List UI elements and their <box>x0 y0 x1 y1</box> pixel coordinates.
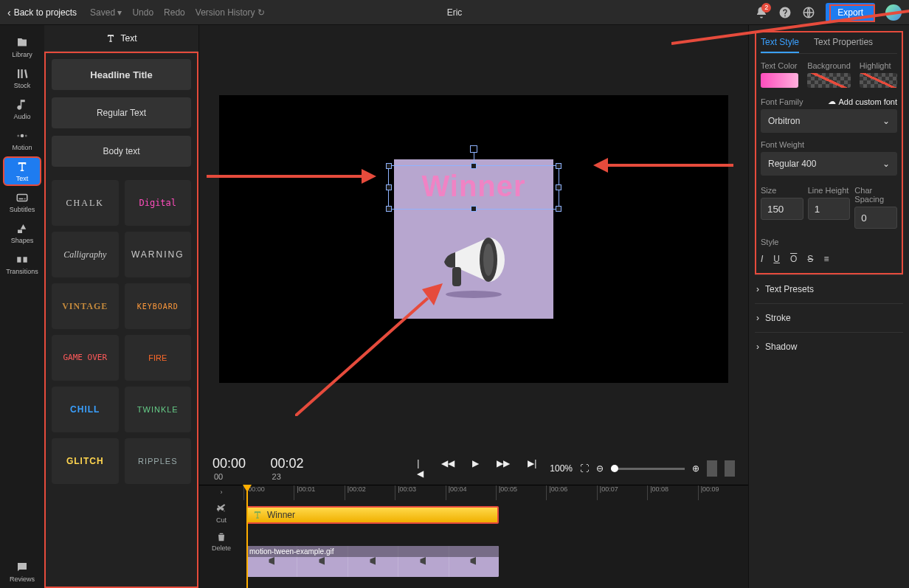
playback-bar: 00:00 00 00:02 23 |◀ ◀◀ ▶ ▶▶ ▶| 100% ⛶ ⊖… <box>199 452 748 485</box>
background-swatch[interactable] <box>807 73 851 88</box>
resize-handle[interactable] <box>556 206 561 212</box>
ruler-tick: |00:09 <box>698 485 748 500</box>
view-toggle[interactable] <box>707 460 717 477</box>
stage: Winner <box>219 95 728 383</box>
fullscreen-icon[interactable]: ⛶ <box>580 463 589 474</box>
playhead[interactable] <box>246 485 248 588</box>
style-fire[interactable]: FIRE <box>125 335 192 381</box>
accordion-stroke[interactable]: ›Stroke <box>755 303 903 332</box>
tab-text-style[interactable]: Text Style <box>761 37 799 53</box>
svg-rect-6 <box>24 198 26 200</box>
rewind-icon[interactable]: ◀◀ <box>441 458 454 479</box>
language-icon[interactable] <box>802 6 815 19</box>
resize-handle[interactable] <box>386 184 392 190</box>
resize-handle[interactable] <box>556 163 561 169</box>
notifications-icon[interactable]: 2 <box>755 6 768 19</box>
cut-button[interactable]: Cut <box>215 503 227 524</box>
delete-button[interactable]: Delete <box>212 531 231 552</box>
preset-regular[interactable]: Regular Text <box>52 97 191 128</box>
style-gameover[interactable]: GAME OVER <box>52 335 119 381</box>
nav-stock[interactable]: Stock <box>3 63 41 93</box>
size-input[interactable] <box>761 198 803 220</box>
label-size: Size <box>761 186 803 195</box>
overline-icon[interactable]: O <box>790 254 797 264</box>
nav-audio[interactable]: Audio <box>3 94 41 124</box>
resize-handle[interactable] <box>471 206 477 212</box>
media-clip[interactable]: motion-tween-example.gif <box>246 546 499 577</box>
rotate-handle[interactable] <box>470 145 477 153</box>
project-title[interactable]: Eric <box>447 7 463 18</box>
lineheight-input[interactable] <box>808 198 851 220</box>
align-icon[interactable]: ≡ <box>823 254 829 264</box>
back-to-projects[interactable]: ‹ Back to projects <box>7 7 77 18</box>
history-group: Saved ▾ Undo Redo Version History ↻ <box>90 7 265 18</box>
ruler-tick: |00:02 <box>345 485 395 500</box>
accordion-shadow[interactable]: ›Shadow <box>755 332 903 361</box>
nav-reviews[interactable]: Reviews <box>3 557 41 587</box>
timeline-expand[interactable]: › <box>221 488 223 496</box>
svg-point-11 <box>483 243 494 276</box>
style-warning[interactable]: WARNING <box>125 232 192 277</box>
export-button[interactable]: Export <box>826 3 875 22</box>
style-ripples[interactable]: RIPPLES <box>125 438 192 484</box>
view-toggle[interactable] <box>725 460 735 477</box>
style-calligraphy[interactable]: Calligraphy <box>52 232 119 277</box>
style-twinkle[interactable]: TWINKLE <box>125 387 192 432</box>
help-icon[interactable] <box>778 6 792 19</box>
svg-rect-8 <box>24 257 27 263</box>
zoom-out-icon[interactable]: ⊖ <box>596 463 604 474</box>
style-glitch[interactable]: GLITCH <box>52 438 119 484</box>
style-chill[interactable]: CHILL <box>52 387 119 432</box>
redo-button[interactable]: Redo <box>164 7 185 18</box>
zoom-in-icon[interactable]: ⊕ <box>692 463 699 474</box>
resize-handle[interactable] <box>556 184 561 190</box>
nav-subtitles[interactable]: Subtitles <box>3 187 41 217</box>
svg-rect-7 <box>17 257 21 263</box>
style-chalk[interactable]: CHALK <box>52 180 119 226</box>
media-frame[interactable]: Winner <box>394 159 553 319</box>
canvas-area[interactable]: Winner <box>199 25 748 452</box>
nav-transitions[interactable]: Transitions <box>3 249 41 279</box>
ruler-tick: |00:03 <box>395 485 445 500</box>
avatar[interactable] <box>885 4 902 21</box>
skip-start-icon[interactable]: |◀ <box>417 458 424 479</box>
highlight-swatch[interactable] <box>860 73 897 88</box>
undo-button[interactable]: Undo <box>132 7 153 18</box>
selection-box[interactable] <box>388 165 559 210</box>
resize-handle[interactable] <box>386 206 392 212</box>
saved-status[interactable]: Saved ▾ <box>90 7 122 18</box>
font-weight-select[interactable]: Regular 400⌄ <box>761 152 897 176</box>
resize-handle[interactable] <box>386 163 392 169</box>
add-custom-font[interactable]: ☁Add custom font <box>828 97 898 106</box>
preset-body[interactable]: Body text <box>52 136 191 167</box>
style-keyboard[interactable]: KEYBOARD <box>125 283 192 329</box>
strikethrough-icon[interactable]: S <box>807 254 813 264</box>
tab-text-properties[interactable]: Text Properties <box>814 37 873 53</box>
charspacing-input[interactable] <box>854 207 897 229</box>
accordion-text-presets[interactable]: ›Text Presets <box>755 274 903 303</box>
italic-icon[interactable]: I <box>761 254 763 264</box>
skip-end-icon[interactable]: ▶| <box>528 458 536 479</box>
resize-handle[interactable] <box>471 163 477 169</box>
zoom-percent[interactable]: 100% <box>550 463 573 474</box>
underline-icon[interactable]: U <box>773 254 780 264</box>
timeline[interactable]: › Cut Delete |00:00 |00:01 |00:02 |00:03… <box>199 485 748 588</box>
font-family-select[interactable]: Orbitron⌄ <box>761 109 897 133</box>
style-vintage[interactable]: VINTAGE <box>52 283 119 329</box>
style-digital[interactable]: Digital <box>125 180 192 226</box>
topbar: ‹ Back to projects Saved ▾ Undo Redo Ver… <box>0 0 909 25</box>
version-history-button[interactable]: Version History ↻ <box>196 7 265 18</box>
nav-shapes[interactable]: Shapes <box>3 218 41 248</box>
ruler-tick: |00:00 <box>243 485 294 500</box>
nav-library[interactable]: Library <box>3 32 41 62</box>
zoom-slider[interactable] <box>611 468 685 470</box>
panel-title: Text <box>120 33 136 44</box>
forward-icon[interactable]: ▶▶ <box>497 458 510 479</box>
text-color-swatch[interactable] <box>761 73 798 88</box>
nav-text[interactable]: Text <box>3 156 41 186</box>
preset-headline[interactable]: Headline Title <box>52 59 191 90</box>
play-icon[interactable]: ▶ <box>472 458 479 479</box>
timeline-ruler[interactable]: |00:00 |00:01 |00:02 |00:03 |00:04 |00:0… <box>243 485 748 500</box>
nav-motion[interactable]: Motion <box>3 125 41 155</box>
text-clip[interactable]: Winner <box>246 506 499 524</box>
